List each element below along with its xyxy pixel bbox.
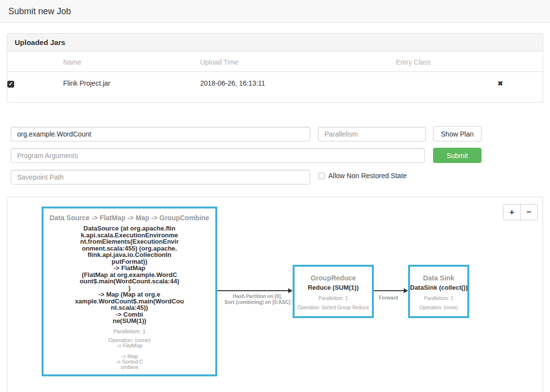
entry-class-input[interactable] [11,127,310,141]
edge-label-forward: Forward [370,295,407,301]
jar-entry-class [396,72,498,102]
node-parallelism: Parallelism: 1 [44,328,215,334]
column-actions [498,51,543,72]
edge-line [217,290,288,291]
plan-zoom-controls: + − [503,204,538,220]
node-operation: Operation: Sorted Group Reduce [295,305,372,310]
submit-button[interactable]: Submit [433,148,481,163]
arrow-right-icon [404,288,408,293]
savepoint-path-input[interactable] [11,170,310,184]
plan-canvas[interactable]: Data Source -> FlatMap -> Map -> GroupCo… [7,197,543,392]
allow-non-restored-checkbox[interactable] [319,173,325,179]
node-description: Reduce (SUM(1)) [295,284,372,291]
plus-icon: + [509,208,514,217]
node-parallelism: Parallelism: 1 [295,296,372,301]
node-parallelism: Parallelism: 1 [410,296,467,301]
page-header: Submit new Job [0,0,550,23]
minus-icon: − [527,208,531,217]
edge-label-hash-partition: Hash Partition on [0], Sort (combining) … [218,294,297,305]
edge-line [374,290,404,291]
allow-non-restored-row: Allow Non Restored State [319,172,407,180]
arrow-right-icon [288,288,293,293]
jar-select-checkbox[interactable]: ✓ [7,81,14,88]
node-description: DataSource (at org.apache.flin k.api.sca… [44,225,215,324]
delete-jar-button[interactable]: ✖ [498,80,503,87]
page-title: Submit new Job [8,6,71,17]
jar-name: Flink Project.jar [63,72,200,102]
node-operation: Operation: (none) [410,305,467,310]
plan-node-datasink: Data Sink DataSink (collect()) Paralleli… [408,265,469,318]
close-icon: ✖ [498,80,503,87]
zoom-in-button[interactable]: + [503,204,521,220]
check-icon: ✓ [8,81,13,87]
node-description: DataSink (collect()) [410,284,467,291]
column-select [7,51,63,72]
column-entry-class: Entry Class [396,51,498,72]
node-title: Data Source -> FlatMap -> Map -> GroupCo… [44,214,215,222]
jar-table-row: ✓ Flink Project.jar 2018-06-26, 16:13:11… [7,72,543,102]
column-name: Name [63,51,200,72]
node-title: Data Sink [410,274,467,282]
plan-node-source: Data Source -> FlatMap -> Map -> GroupCo… [42,207,217,376]
zoom-out-button[interactable]: − [520,204,538,220]
column-upload-time: Upload Time [200,51,396,72]
uploaded-jars-panel: Uploaded Jars Name Upload Time Entry Cla… [7,33,543,103]
job-plan-panel: Data Source -> FlatMap -> Map -> GroupCo… [7,197,543,392]
uploaded-jars-table: Name Upload Time Entry Class ✓ Flink Pro… [7,51,543,102]
program-arguments-input[interactable] [11,148,425,163]
allow-non-restored-label: Allow Non Restored State [328,172,407,180]
table-header-row: Name Upload Time Entry Class [7,51,543,72]
jar-upload-time: 2018-06-26, 16:13:11 [200,72,396,102]
plan-node-groupreduce: GroupReduce Reduce (SUM(1)) Parallelism:… [293,265,374,318]
parallelism-input[interactable] [318,127,426,141]
uploaded-jars-heading: Uploaded Jars [7,34,543,51]
node-operation: Operation: (none) -> FlatMap -> Map -> S… [44,338,215,370]
show-plan-button[interactable]: Show Plan [433,126,481,141]
node-title: GroupReduce [295,274,372,282]
